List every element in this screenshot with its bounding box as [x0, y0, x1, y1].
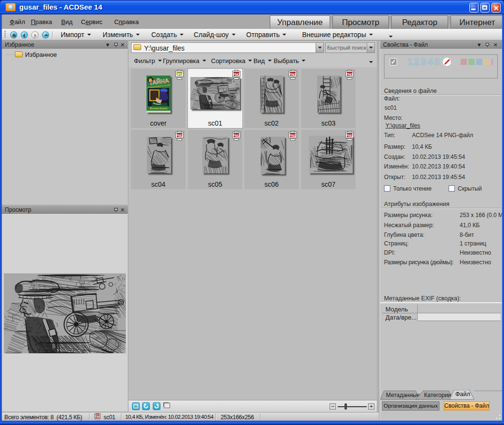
svg-text:Метаданные: Метаданные [386, 392, 420, 399]
svg-text:Категории: Категории [424, 392, 451, 399]
svg-text:Файл: Файл [455, 391, 470, 398]
svg-text:Фиона Келли: Фиона Келли [150, 107, 168, 110]
